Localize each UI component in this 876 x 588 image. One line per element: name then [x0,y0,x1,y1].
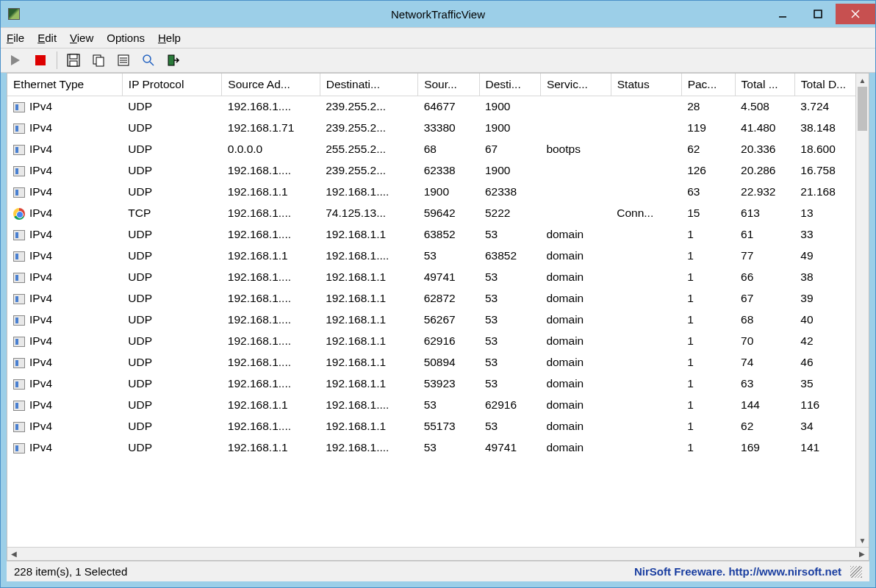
cell-tot1: 22.932 [735,182,794,203]
cell-tot1: 68 [735,309,794,331]
scroll-down-button[interactable]: ▼ [856,534,869,547]
toolbar [1,48,875,73]
table-row[interactable]: IPv4UDP192.168.1.71239.255.2...333801900… [7,118,869,139]
table-row[interactable]: IPv4UDP192.168.1.1192.168.1....190062338… [7,182,869,203]
cell-sport: 62872 [418,288,479,309]
cell-dport: 1900 [479,118,540,139]
cell-eth: IPv4 [7,352,122,373]
cell-sport: 59642 [418,203,479,224]
menu-help[interactable]: Help [158,32,181,44]
status-credit: NirSoft Freeware. http://www.nirsoft.net [634,565,841,578]
column-header[interactable]: Total ... [735,74,794,96]
cell-proto: UDP [122,352,221,373]
table-row[interactable]: IPv4UDP192.168.1....192.168.1.15392353do… [7,373,869,395]
cell-tot1: 169 [735,437,794,459]
column-header[interactable]: Ethernet Type [7,74,122,96]
column-header[interactable]: Pac... [681,74,735,96]
cell-dst: 239.255.2... [320,160,417,182]
cell-tot1: 67 [735,288,794,309]
cell-sport: 63852 [418,224,479,245]
vertical-scrollbar[interactable]: ▲ ▼ [855,74,869,547]
find-button[interactable] [140,51,157,69]
cell-dst: 192.168.1.1 [320,224,417,245]
scroll-left-button[interactable]: ◀ [7,548,21,561]
column-header[interactable]: Status [611,74,681,96]
scroll-up-button[interactable]: ▲ [856,74,869,87]
cell-sport: 68 [418,139,479,160]
start-capture-button[interactable] [7,51,24,69]
column-header[interactable]: IP Protocol [122,74,221,96]
cell-svc [540,118,611,139]
column-header[interactable]: Servic... [540,74,611,96]
cell-status [611,139,681,160]
table-row[interactable]: IPv4UDP192.168.1....239.255.2...64677190… [7,96,869,118]
cell-proto: UDP [122,373,221,395]
copy-button[interactable] [90,51,107,69]
table-row[interactable]: IPv4UDP192.168.1.1192.168.1....5349741do… [7,437,869,459]
cell-eth: IPv4 [7,245,122,267]
cell-dport: 63852 [479,245,540,267]
column-header[interactable]: Desti... [479,74,540,96]
minimize-button[interactable] [765,4,800,24]
table-row[interactable]: IPv4TCP192.168.1....74.125.13...59642522… [7,203,869,224]
properties-button[interactable] [115,51,132,69]
cell-src: 192.168.1.... [222,331,320,352]
scroll-thumb[interactable] [858,87,867,131]
table-row[interactable]: IPv4UDP192.168.1....192.168.1.15517353do… [7,416,869,437]
cell-status [611,160,681,182]
column-header[interactable]: Destinati... [320,74,417,96]
floppy-icon [66,53,81,68]
menu-file[interactable]: File [7,32,24,44]
cell-tot1: 20.286 [735,160,794,182]
table-row[interactable]: IPv4UDP192.168.1....192.168.1.15089453do… [7,352,869,373]
cell-pkt: 1 [681,395,735,416]
table-row[interactable]: IPv4UDP192.168.1....192.168.1.16287253do… [7,288,869,309]
cell-svc: domain [540,395,611,416]
cell-svc [540,96,611,118]
menu-options[interactable]: Options [107,32,145,44]
menu-edit[interactable]: Edit [37,32,57,44]
document-icon [13,123,25,134]
play-icon [11,55,20,65]
exit-button[interactable] [165,51,182,69]
save-button[interactable] [65,51,82,69]
cell-tot1: 41.480 [735,118,794,139]
cell-pkt: 1 [681,416,735,437]
cell-status [611,288,681,309]
cell-eth: IPv4 [7,96,122,118]
cell-src: 192.168.1.... [222,373,320,395]
titlebar[interactable]: NetworkTrafficView [1,1,875,27]
cell-dport: 53 [479,373,540,395]
cell-dst: 239.255.2... [320,96,417,118]
table-row[interactable]: IPv4UDP0.0.0.0255.255.2...6867bootps6220… [7,139,869,160]
table-row[interactable]: IPv4UDP192.168.1....192.168.1.16385253do… [7,224,869,245]
cell-eth: IPv4 [7,395,122,416]
document-icon [13,337,25,347]
stop-capture-button[interactable] [32,51,49,69]
table-row[interactable]: IPv4UDP192.168.1.1192.168.1....5363852do… [7,245,869,267]
cell-sport: 62338 [418,160,479,182]
cell-proto: UDP [122,224,221,245]
cell-src: 192.168.1.... [222,160,320,182]
scroll-right-button[interactable]: ▶ [855,548,869,561]
cell-pkt: 28 [681,96,735,118]
maximize-button[interactable] [800,4,836,24]
horizontal-scrollbar[interactable]: ◀ ▶ [7,547,869,560]
traffic-table[interactable]: Ethernet TypeIP ProtocolSource Ad...Dest… [7,74,869,459]
column-header[interactable]: Source Ad... [222,74,320,96]
close-button[interactable] [836,4,875,24]
cell-status [611,352,681,373]
table-row[interactable]: IPv4UDP192.168.1....239.255.2...62338190… [7,160,869,182]
table-header-row[interactable]: Ethernet TypeIP ProtocolSource Ad...Dest… [7,74,869,96]
cell-src: 192.168.1.... [222,309,320,331]
table-row[interactable]: IPv4UDP192.168.1....192.168.1.14974153do… [7,267,869,288]
column-header[interactable]: Sour... [418,74,479,96]
resize-grip[interactable] [850,566,862,578]
find-icon [141,53,156,68]
table-row[interactable]: IPv4UDP192.168.1....192.168.1.16291653do… [7,331,869,352]
table-row[interactable]: IPv4UDP192.168.1....192.168.1.15626753do… [7,309,869,331]
document-icon [13,187,25,198]
cell-pkt: 15 [681,203,735,224]
menu-view[interactable]: View [70,32,93,44]
table-row[interactable]: IPv4UDP192.168.1.1192.168.1....5362916do… [7,395,869,416]
